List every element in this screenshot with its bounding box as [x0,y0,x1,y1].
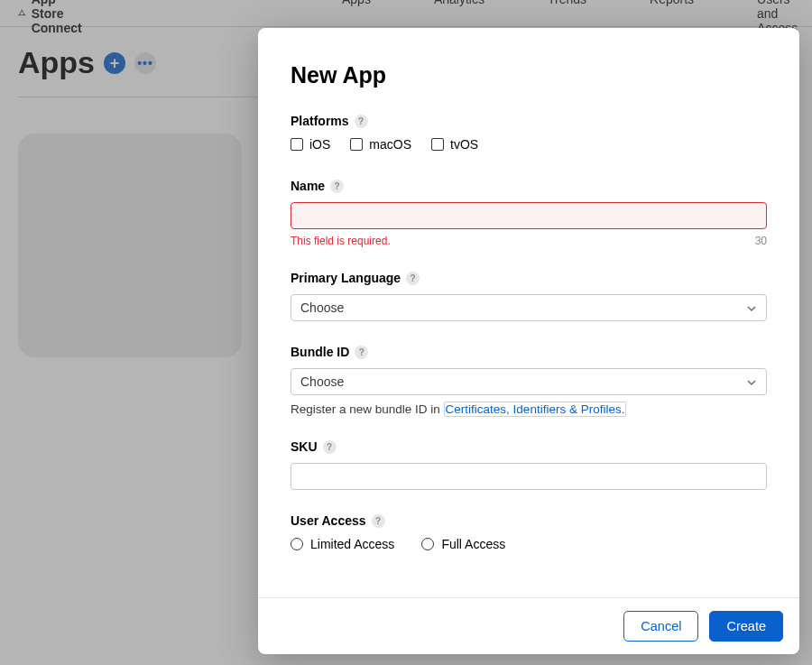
access-limited[interactable]: Limited Access [291,537,394,551]
help-icon[interactable]: ? [330,180,344,193]
chevron-down-icon [746,376,757,387]
name-counter: 30 [755,235,767,247]
name-label: Name [291,179,325,193]
certificates-link[interactable]: Certificates, Identifiers & Profiles. [444,402,627,417]
help-icon[interactable]: ? [355,346,368,359]
platform-macos[interactable]: macOS [350,137,411,152]
language-select[interactable]: Choose [291,294,767,321]
chevron-down-icon [746,302,757,313]
bundle-select[interactable]: Choose [291,368,767,395]
name-section: Name ? This field is required. 30 [291,179,767,247]
checkbox-icon [350,138,363,151]
radio-icon [291,538,303,550]
checkbox-icon [291,138,303,151]
checkbox-icon [431,138,444,151]
modal-title: New App [291,62,767,88]
help-icon[interactable]: ? [406,272,420,285]
create-button[interactable]: Create [709,611,783,642]
language-section: Primary Language ? Choose [291,271,767,321]
radio-icon [421,538,434,550]
bundle-hint: Register a new bundle ID in Certificates… [291,402,767,416]
new-app-modal: New App Platforms ? iOS macOS tvOS [258,28,799,654]
access-full[interactable]: Full Access [421,537,505,551]
access-label: User Access [291,513,366,528]
help-icon[interactable]: ? [372,514,385,528]
platforms-section: Platforms ? iOS macOS tvOS [291,114,767,152]
bundle-section: Bundle ID ? Choose Register a new bundle… [291,345,767,416]
language-label: Primary Language [291,271,401,285]
help-icon[interactable]: ? [355,115,368,128]
sku-section: SKU ? [291,439,767,490]
name-error: This field is required. [291,235,391,247]
modal-footer: Cancel Create [258,597,799,654]
platform-ios[interactable]: iOS [291,137,330,152]
help-icon[interactable]: ? [323,440,337,454]
name-input[interactable] [291,202,767,229]
sku-label: SKU [291,439,318,454]
platforms-label: Platforms [291,114,349,128]
bundle-label: Bundle ID [291,345,349,359]
cancel-button[interactable]: Cancel [623,611,698,642]
platform-tvos[interactable]: tvOS [431,137,478,152]
sku-input[interactable] [291,463,767,490]
access-section: User Access ? Limited Access Full Access [291,513,767,551]
